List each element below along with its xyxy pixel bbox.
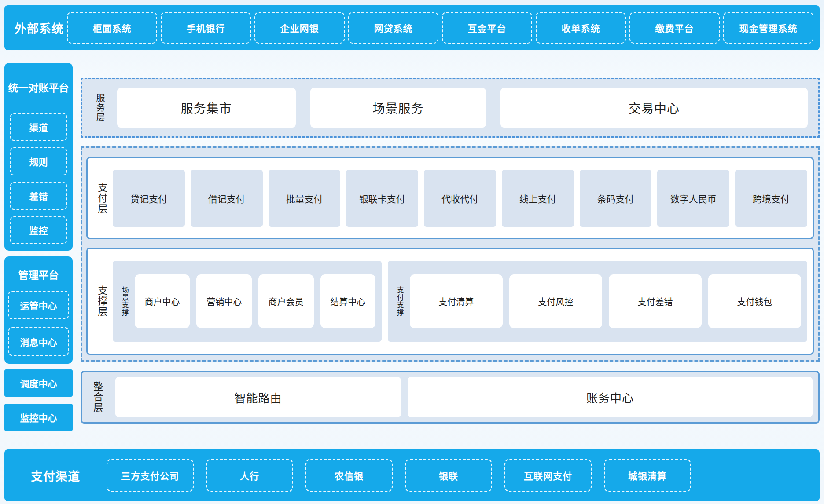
service-box: 服务集市: [117, 88, 296, 128]
support-layer: 支撑层 场景支撑 商户中心 营销中心 商户会员 结算中心 支付支撑 支付清算 支…: [86, 248, 814, 355]
scene-support-tiles: 商户中心 营销中心 商户会员 结算中心: [135, 274, 375, 328]
payment-layer-tiles: 贷记支付 借记支付 批量支付 银联卡支付 代收代付 线上支付 条码支付 数字人民…: [113, 170, 807, 227]
support-tile: 支付钱包: [708, 274, 801, 328]
payment-support-tiles: 支付清算 支付风控 支付差错 支付钱包: [410, 274, 801, 328]
support-layer-label: 支撑层: [96, 285, 107, 317]
external-systems-bar: 外部系统 柜面系统 手机银行 企业网银 网贷系统 互金平台 收单系统 缴费平台 …: [4, 5, 820, 50]
payment-tile: 借记支付: [191, 170, 263, 227]
external-systems-items: 柜面系统 手机银行 企业网银 网贷系统 互金平台 收单系统 缴费平台 现金管理系…: [67, 12, 813, 44]
support-tile: 支付清算: [410, 274, 503, 328]
payment-layer: 支付层 贷记支付 借记支付 批量支付 银联卡支付 代收代付 线上支付 条码支付 …: [86, 157, 814, 239]
support-layer-groups: 场景支撑 商户中心 营销中心 商户会员 结算中心 支付支撑 支付清算 支付风控 …: [113, 261, 807, 342]
external-system-item: 手机银行: [161, 12, 251, 44]
recon-item: 规则: [10, 147, 67, 175]
payment-channel-item: 人行: [206, 459, 293, 492]
recon-item: 监控: [10, 216, 67, 244]
external-system-item: 收单系统: [536, 12, 626, 44]
recon-item: 差错: [10, 182, 67, 210]
management-platform-title: 管理平台: [4, 267, 73, 282]
integration-layer-label: 整合层: [92, 381, 102, 413]
payment-support-group: 支付支撑 支付清算 支付风控 支付差错 支付钱包: [388, 261, 807, 342]
payment-channel-item: 互联网支付: [504, 459, 592, 492]
external-system-item: 柜面系统: [67, 12, 157, 44]
integration-box: 智能路由: [115, 377, 401, 417]
support-tile: 支付差错: [609, 274, 702, 328]
payment-tile: 代收代付: [424, 170, 496, 227]
payment-channel-item: 城银清算: [604, 459, 691, 492]
support-tile: 营销中心: [196, 274, 252, 328]
payment-channel-item: 银联: [405, 459, 492, 492]
external-systems-label: 外部系统: [4, 19, 67, 37]
payment-channels-items: 三方支付公司 人行 农信银 银联 互联网支付 城银清算: [107, 459, 813, 492]
payment-support-label: 支付支撑: [396, 286, 404, 316]
payment-channel-item: 农信银: [305, 459, 393, 492]
payment-tile: 银联卡支付: [346, 170, 418, 227]
integration-layer: 整合层 智能路由 账务中心: [81, 371, 820, 424]
core-layers-container: 支付层 贷记支付 借记支付 批量支付 银联卡支付 代收代付 线上支付 条码支付 …: [81, 146, 820, 362]
reconciliation-platform-title: 统一对账平台: [4, 80, 73, 95]
external-system-item: 企业网银: [254, 12, 345, 44]
payment-layer-label: 支付层: [96, 183, 107, 214]
support-tile: 支付风控: [509, 274, 602, 328]
payment-tile: 贷记支付: [113, 170, 185, 227]
external-system-item: 网贷系统: [348, 12, 438, 44]
dispatch-center-box: 调度中心: [4, 369, 73, 397]
scene-support-group: 场景支撑 商户中心 营销中心 商户会员 结算中心: [113, 261, 382, 342]
payment-tile: 条码支付: [580, 170, 652, 227]
service-layer: 服务层 服务集市 场景服务 交易中心: [81, 78, 820, 138]
reconciliation-platform-panel: 统一对账平台 渠道 规则 差错 监控: [4, 63, 73, 251]
service-layer-label: 服务层: [95, 93, 105, 122]
mgmt-item: 消息中心: [8, 327, 69, 356]
payment-channel-item: 三方支付公司: [107, 459, 194, 492]
recon-item: 渠道: [10, 113, 67, 141]
support-tile: 商户会员: [258, 274, 314, 328]
integration-layer-boxes: 智能路由 账务中心: [115, 377, 813, 417]
payment-channels-label: 支付渠道: [4, 467, 107, 484]
payment-tile: 线上支付: [502, 170, 574, 227]
payment-channels-bar: 支付渠道 三方支付公司 人行 农信银 银联 互联网支付 城银清算: [4, 449, 820, 501]
integration-box: 账务中心: [408, 377, 813, 417]
scene-support-label: 场景支撑: [121, 286, 129, 316]
payment-tile: 批量支付: [269, 170, 341, 227]
payment-tile: 跨境支付: [735, 170, 807, 227]
external-system-item: 缴费平台: [629, 12, 720, 44]
mgmt-item: 运管中心: [8, 291, 69, 319]
service-box: 交易中心: [500, 88, 808, 128]
service-box: 场景服务: [310, 88, 486, 128]
support-tile: 结算中心: [320, 274, 376, 328]
payment-architecture-diagram: 外部系统 柜面系统 手机银行 企业网银 网贷系统 互金平台 收单系统 缴费平台 …: [0, 0, 824, 504]
management-platform-panel: 管理平台 运管中心 消息中心: [4, 256, 73, 364]
support-tile: 商户中心: [135, 274, 190, 328]
external-system-item: 现金管理系统: [723, 12, 813, 44]
monitor-center-box: 监控中心: [4, 404, 73, 431]
payment-tile: 数字人民币: [657, 170, 729, 227]
service-layer-boxes: 服务集市 场景服务 交易中心: [117, 88, 808, 128]
external-system-item: 互金平台: [442, 12, 532, 44]
